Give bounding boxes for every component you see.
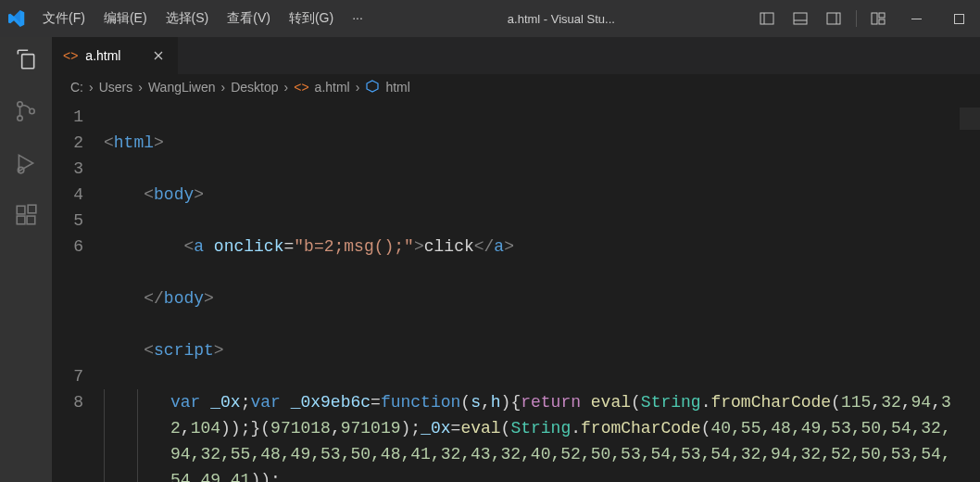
svg-rect-18 xyxy=(28,205,36,213)
activity-bar xyxy=(0,37,52,482)
title-right-actions xyxy=(750,0,980,37)
maximize-button[interactable] xyxy=(937,0,980,37)
source-control-icon[interactable] xyxy=(11,96,41,126)
layout-panel-right-icon[interactable] xyxy=(817,0,850,37)
menu-goto[interactable]: 转到(G) xyxy=(280,10,343,27)
menu-view[interactable]: 查看(V) xyxy=(218,10,280,27)
line-number: 2 xyxy=(52,130,83,156)
svg-rect-7 xyxy=(879,13,885,18)
svg-rect-8 xyxy=(879,19,885,24)
crumb-desktop[interactable]: Desktop xyxy=(231,80,278,95)
crumb-sep: › xyxy=(284,80,289,95)
crumb-drive[interactable]: C: xyxy=(70,80,83,95)
svg-rect-6 xyxy=(872,13,877,24)
line-number: 6 xyxy=(52,234,83,363)
svg-point-13 xyxy=(30,108,34,113)
minimap[interactable] xyxy=(960,100,980,482)
menu-more[interactable]: ··· xyxy=(343,10,372,27)
title-bar: 文件(F) 编辑(E) 选择(S) 查看(V) 转到(G) ··· a.html… xyxy=(0,0,980,37)
code-content[interactable]: <html> <body> <a onclick="b=2;msg();">cl… xyxy=(104,100,960,482)
extensions-icon[interactable] xyxy=(11,200,41,230)
line-number: 7 xyxy=(52,363,83,389)
crumb-file[interactable]: a.html xyxy=(315,80,350,95)
svg-rect-2 xyxy=(794,13,807,24)
layout-panel-left-icon[interactable] xyxy=(750,0,784,37)
svg-rect-9 xyxy=(911,19,922,19)
tab-label: a.html xyxy=(85,48,120,63)
tab-a-html[interactable]: <> a.html xyxy=(52,37,179,74)
menu-select[interactable]: 选择(S) xyxy=(157,10,219,27)
svg-point-12 xyxy=(18,116,22,120)
title-text: a.html - Visual Stu... xyxy=(372,12,750,26)
menu-edit[interactable]: 编辑(E) xyxy=(94,10,157,27)
line-number: 1 xyxy=(52,104,83,130)
code-editor[interactable]: 1 2 3 4 5 6 7 8 <html> <body> <a onclick… xyxy=(52,100,980,482)
code-line: var _0x;var _0x9eb6c=function(s,h){retur… xyxy=(104,389,960,482)
html-file-icon: <> xyxy=(294,80,308,95)
svg-rect-17 xyxy=(27,216,35,224)
close-tab-icon[interactable] xyxy=(150,47,167,64)
crumb-sep: › xyxy=(138,80,143,95)
svg-rect-0 xyxy=(760,13,773,24)
svg-rect-16 xyxy=(17,216,25,224)
crumb-symbol[interactable]: html xyxy=(385,80,409,95)
tabs-bar: <> a.html xyxy=(52,37,980,74)
svg-rect-15 xyxy=(17,206,25,214)
svg-rect-4 xyxy=(827,13,840,24)
minimap-content xyxy=(960,108,980,182)
crumb-sep: › xyxy=(356,80,360,95)
code-line: <body> xyxy=(104,182,960,208)
menu-bar: 文件(F) 编辑(E) 选择(S) 查看(V) 转到(G) ··· xyxy=(33,10,372,27)
code-line: <script> xyxy=(104,337,960,363)
line-number: 5 xyxy=(52,208,83,234)
layout-panel-bottom-icon[interactable] xyxy=(784,0,817,37)
crumb-users[interactable]: Users xyxy=(99,80,133,95)
separator xyxy=(850,0,861,37)
crumb-sep: › xyxy=(221,80,226,95)
crumb-wangliwen[interactable]: WangLiwen xyxy=(148,80,216,95)
explorer-icon[interactable] xyxy=(11,44,41,74)
editor-area: <> a.html C: › Users › WangLiwen › Deskt… xyxy=(52,37,980,482)
code-line: <html> xyxy=(104,130,960,156)
html-file-icon: <> xyxy=(63,48,78,63)
vscode-logo-icon xyxy=(0,10,33,27)
run-debug-icon[interactable] xyxy=(11,148,41,178)
svg-rect-10 xyxy=(954,14,963,23)
code-line: <a onclick="b=2;msg();">click</a> xyxy=(104,234,960,260)
line-number: 8 xyxy=(52,389,83,415)
menu-file[interactable]: 文件(F) xyxy=(33,10,94,27)
line-gutter: 1 2 3 4 5 6 7 8 xyxy=(52,100,104,482)
svg-point-11 xyxy=(18,102,22,107)
code-line: </body> xyxy=(104,285,960,311)
line-number: 4 xyxy=(52,182,83,208)
customize-layout-icon[interactable] xyxy=(861,0,895,37)
breadcrumbs: C: › Users › WangLiwen › Desktop › <> a.… xyxy=(52,74,980,100)
minimize-button[interactable] xyxy=(895,0,937,37)
line-number: 3 xyxy=(52,156,83,182)
crumb-sep: › xyxy=(89,80,94,95)
symbol-icon xyxy=(365,79,380,96)
